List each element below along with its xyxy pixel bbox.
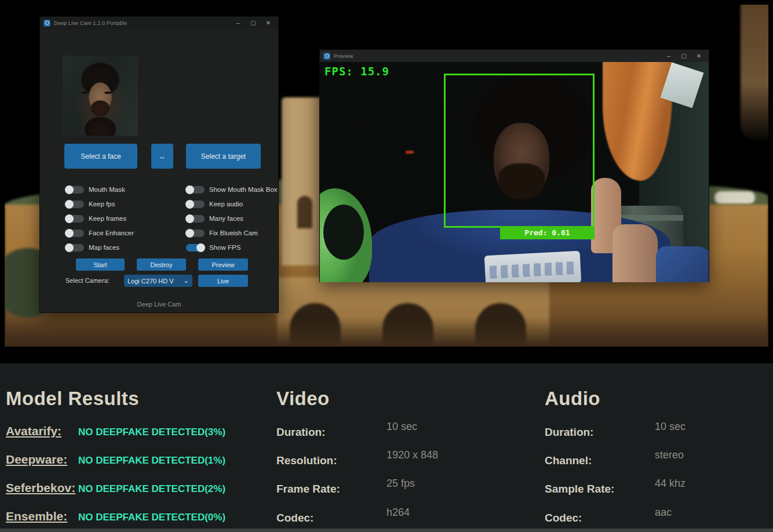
toggle-fix-blueish-cam[interactable]: Fix Blueish Cam — [186, 228, 258, 238]
meta-value: 10 sec — [386, 421, 417, 433]
model-result-row: Seferbekov: NO DEEPFAKE DETECTED(2%) — [6, 481, 225, 495]
toggle-face-enhancer[interactable]: Face Enhancer — [65, 228, 134, 238]
model-name: Avatarify: — [6, 424, 78, 438]
preview-window-title: Preview — [334, 53, 353, 59]
toggle-label: Many faces — [209, 215, 243, 222]
toggle-mouth-mask[interactable]: Mouth Mask — [65, 185, 125, 194]
maximize-button[interactable]: ▢ — [676, 50, 691, 62]
toggle-switch[interactable] — [186, 229, 205, 237]
model-name: Seferbekov: — [6, 481, 78, 495]
wallpaper-tree-streak — [741, 5, 768, 144]
toggle-many-faces[interactable]: Many faces — [186, 214, 243, 223]
toggle-switch[interactable] — [186, 244, 205, 252]
meta-label: Duration: — [276, 426, 386, 439]
video-meta-row: Duration: 10 sec — [276, 426, 417, 439]
toggle-switch[interactable] — [65, 229, 84, 237]
toggle-show-fps[interactable]: Show FPS — [186, 243, 240, 252]
face-eye — [104, 92, 111, 94]
camera-dropdown[interactable]: Logi C270 HD V ⌄ — [124, 275, 192, 287]
maximize-button[interactable]: ▢ — [246, 17, 261, 29]
toggle-switch[interactable] — [186, 215, 205, 223]
meta-value: aac — [655, 507, 672, 519]
model-results-title: Model Results — [6, 388, 139, 410]
toggle-keep-audio[interactable]: Keep audio — [186, 199, 243, 209]
toggle-switch[interactable] — [186, 201, 205, 208]
minimize-button[interactable]: – — [231, 17, 246, 29]
select-face-button[interactable]: Select a face — [64, 144, 137, 169]
meta-label: Resolution: — [276, 454, 386, 467]
toggle-keep-fps[interactable]: Keep fps — [65, 199, 115, 209]
audio-meta-row: Duration: 10 sec — [545, 426, 686, 439]
preview-titlebar[interactable]: Preview – ▢ ✕ — [320, 50, 709, 62]
toggle-map-faces[interactable]: Map faces — [65, 243, 119, 252]
audio-section-title: Audio — [545, 388, 600, 410]
close-button[interactable]: ✕ — [261, 17, 276, 29]
results-panel: Model Results Avatarify: NO DEEPFAKE DET… — [0, 363, 773, 532]
meta-label: Duration: — [545, 426, 655, 439]
model-name: Ensemble: — [6, 509, 78, 523]
video-meta-row: Frame Rate: 25 fps — [276, 483, 415, 495]
select-camera-label: Select Camera: — [65, 277, 110, 284]
scene-blue-bag — [656, 246, 709, 282]
toggle-label: Fix Blueish Cam — [209, 229, 258, 236]
wallpaper-ground-shadow — [5, 318, 768, 347]
toggle-label: Keep frames — [89, 215, 126, 222]
scene-person-arm — [612, 224, 658, 282]
app-icon — [43, 20, 50, 27]
meta-label: Sample Rate: — [545, 483, 655, 495]
preview-button[interactable]: Preview — [198, 258, 248, 271]
toggle-switch[interactable] — [65, 186, 84, 194]
video-section-title: Video — [276, 388, 330, 410]
face-detection-box — [444, 74, 595, 228]
chevron-down-icon: ⌄ — [184, 277, 189, 285]
meta-value: 1920 x 848 — [386, 449, 438, 462]
camera-dropdown-value: Logi C270 HD V — [127, 278, 174, 285]
minimize-button[interactable]: – — [661, 50, 676, 62]
toggle-label: Mouth Mask — [89, 186, 125, 193]
app-footer-label: Deep Live Cam — [40, 301, 278, 308]
model-name: Deepware: — [6, 453, 78, 467]
panel-separator — [0, 347, 773, 363]
live-button[interactable]: Live — [198, 275, 248, 287]
toggle-switch[interactable] — [65, 201, 84, 208]
video-meta-row: Resolution: 1920 x 848 — [276, 454, 438, 467]
toggle-label: Keep audio — [209, 201, 243, 207]
video-meta-row: Codec: h264 — [276, 512, 410, 524]
preview-window: Preview – ▢ ✕ Pred: 0.01 FPS: 15.9 — [319, 49, 709, 282]
meta-value: 10 sec — [655, 421, 686, 433]
webcam-video-feed: Pred: 0.01 FPS: 15.9 — [320, 62, 709, 282]
model-result-row: Ensemble: NO DEEPFAKE DETECTED(0%) — [6, 509, 225, 523]
deep-live-cam-window: Deep Live Cam 1.2.0 Portable – ▢ ✕ Selec… — [39, 16, 279, 313]
scene-shirt-graphic — [484, 251, 582, 282]
destroy-button[interactable]: Destroy — [137, 258, 186, 271]
wallpaper-ruin-door — [297, 196, 312, 228]
toggle-label: Show Mouth Mask Box — [209, 186, 278, 193]
prediction-label: Pred: 0.01 — [500, 226, 595, 239]
close-button[interactable]: ✕ — [691, 50, 706, 62]
toggle-switch[interactable] — [186, 186, 205, 194]
main-window-title: Deep Live Cam 1.2.0 Portable — [54, 20, 127, 26]
model-result-row: Avatarify: NO DEEPFAKE DETECTED(3%) — [6, 424, 225, 438]
model-verdict: NO DEEPFAKE DETECTED(1%) — [78, 455, 225, 467]
meta-value: stereo — [655, 449, 684, 462]
select-target-button[interactable]: Select a target — [186, 144, 261, 169]
toggle-switch[interactable] — [65, 215, 84, 223]
meta-label: Frame Rate: — [276, 483, 386, 495]
main-titlebar[interactable]: Deep Live Cam 1.2.0 Portable – ▢ ✕ — [40, 17, 278, 29]
meta-value: h264 — [386, 507, 410, 519]
meta-label: Codec: — [276, 512, 386, 524]
meta-label: Codec: — [545, 512, 655, 524]
audio-meta-row: Codec: aac — [545, 512, 672, 524]
model-verdict: NO DEEPFAKE DETECTED(2%) — [78, 483, 225, 495]
start-button[interactable]: Start — [76, 258, 125, 271]
toggle-show-mouth-mask-box[interactable]: Show Mouth Mask Box — [186, 185, 278, 194]
toggle-keep-frames[interactable]: Keep frames — [65, 214, 126, 223]
fps-overlay: FPS: 15.9 — [324, 65, 389, 78]
meta-value: 25 fps — [386, 478, 415, 490]
swap-faces-button[interactable]: ↔ — [151, 144, 173, 169]
source-face-image — [63, 56, 138, 136]
toggle-label: Show FPS — [209, 244, 240, 251]
toggle-switch[interactable] — [65, 244, 84, 252]
wallpaper-rocks — [714, 191, 755, 204]
audio-meta-row: Sample Rate: 44 khz — [545, 483, 686, 495]
